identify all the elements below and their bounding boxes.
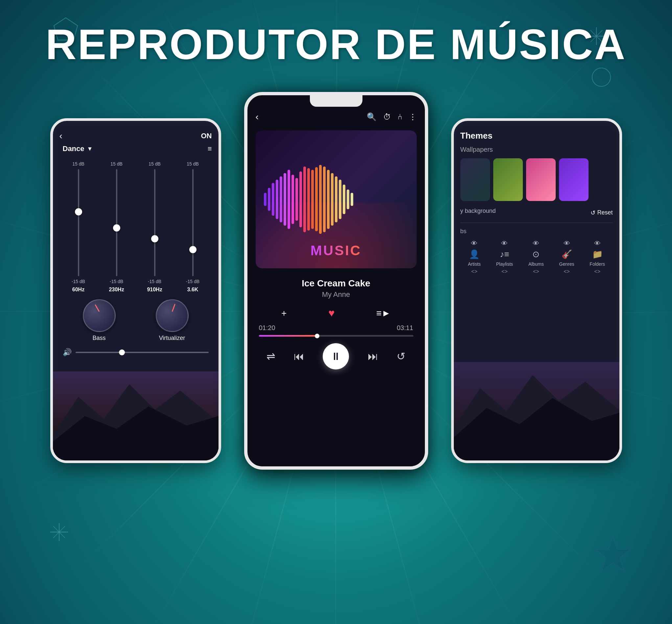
tab-artists[interactable]: 👁 👤 Artists <> (468, 240, 481, 275)
eq-slider-230hz: 15 dB -15 dB 230Hz (107, 161, 126, 293)
player-back-button[interactable]: ‹ (256, 112, 258, 122)
reset-button[interactable]: ↺ Reset (591, 209, 613, 216)
svg-rect-17 (276, 180, 278, 219)
tab-toggle-artists: <> (471, 269, 477, 275)
eq-back-button[interactable]: ‹ (59, 131, 63, 141)
eq-slider-3k6: 15 dB -15 dB 3.6K (183, 161, 203, 293)
svg-rect-27 (315, 167, 318, 231)
wallpapers-label: Wallpapers (461, 146, 613, 153)
next-button[interactable]: ⏭ (368, 350, 378, 363)
search-icon[interactable]: 🔍 (367, 112, 377, 122)
repeat-button[interactable]: ↺ (397, 350, 405, 363)
tab-label-genres: Genres (559, 261, 574, 267)
eq-track-2[interactable] (116, 169, 117, 276)
right-phone-landscape (454, 362, 619, 461)
eq-db-top-3: 15 dB (149, 161, 161, 166)
progress-area: 01:20 03:11 (247, 324, 425, 337)
tabs-grid: 👁 👤 Artists <> 👁 ♪≡ Playlists <> 👁 (461, 240, 613, 275)
more-options-icon[interactable]: ⋮ (409, 112, 417, 122)
tab-icon-playlists: ♪≡ (500, 249, 509, 259)
svg-rect-28 (319, 165, 322, 234)
history-icon[interactable]: ⏱ (383, 112, 391, 122)
album-art: MUSIC (256, 130, 417, 268)
tab-albums[interactable]: 👁 ⊙ Albums <> (528, 240, 544, 275)
tab-icon-genres: 🎸 (562, 249, 572, 259)
tab-eye-genres: 👁 (564, 240, 570, 247)
previous-button[interactable]: ⏮ (294, 350, 304, 363)
svg-point-1 (592, 68, 611, 86)
wallpaper-dark[interactable] (461, 158, 490, 201)
song-artist: My Anne (247, 290, 425, 299)
eq-track-4[interactable] (192, 169, 194, 276)
phones-area: ‹ ON Dance ▼ ≡ 15 dB -15 dB 60Hz (41, 92, 632, 584)
tab-toggle-playlists: <> (501, 269, 508, 275)
play-pause-icon: ⏸ (330, 350, 341, 363)
background-reset-row: y background ↺ Reset (461, 208, 613, 218)
tabs-label: bs (461, 228, 613, 235)
phone-right: Themes Wallpapers y background ↺ Reset b… (451, 118, 622, 463)
eq-preset-name[interactable]: Dance (63, 145, 84, 153)
phone-center: ‹ 🔍 ⏱ ⑃ ⋮ (244, 92, 428, 470)
wallpapers-grid (461, 158, 613, 201)
play-pause-button[interactable]: ⏸ (323, 343, 349, 369)
time-row: 01:20 03:11 (259, 324, 414, 332)
svg-rect-21 (292, 175, 294, 224)
add-to-playlist-button[interactable]: + (281, 308, 287, 318)
tab-label-playlists: Playlists (496, 261, 513, 267)
svg-rect-16 (272, 183, 274, 216)
svg-rect-31 (331, 173, 333, 226)
bg-label: y background (461, 208, 496, 214)
eq-slider-60hz: 15 dB -15 dB 60Hz (69, 161, 89, 293)
volume-thumb[interactable] (119, 349, 125, 355)
queue-button[interactable]: ≡► (376, 308, 391, 318)
tabs-section: bs 👁 👤 Artists <> 👁 ♪≡ Playlists <> (461, 228, 613, 275)
equalizer-icon[interactable]: ⑃ (398, 112, 402, 122)
wallpaper-pink[interactable] (526, 158, 556, 201)
eq-thumb-2[interactable] (113, 224, 120, 232)
eq-track-1[interactable] (78, 169, 79, 276)
eq-freq-3: 910Hz (147, 287, 162, 293)
tab-playlists[interactable]: 👁 ♪≡ Playlists <> (496, 240, 513, 275)
eq-thumb-1[interactable] (75, 208, 82, 215)
mountain-svg-left (53, 371, 219, 461)
player-header-icons: 🔍 ⏱ ⑃ ⋮ (367, 112, 417, 122)
wallpaper-purple[interactable] (559, 158, 589, 201)
deco-circle (590, 66, 613, 89)
bass-label: Bass (92, 335, 105, 342)
mountain-svg-right (454, 362, 622, 461)
tab-folders[interactable]: 👁 📁 Folders <> (590, 240, 605, 275)
eq-db-bottom-4: -15 dB (186, 279, 199, 284)
svg-rect-23 (299, 172, 302, 227)
progress-bar[interactable] (259, 335, 414, 337)
eq-on-label: ON (201, 132, 212, 140)
tab-label-artists: Artists (468, 261, 481, 267)
player-actions: + ♥ ≡► (247, 302, 425, 324)
svg-rect-25 (307, 168, 310, 231)
eq-thumb-3[interactable] (151, 235, 158, 242)
virtualizer-knob[interactable] (156, 299, 189, 332)
svg-rect-35 (347, 189, 349, 209)
virtualizer-knob-container: Virtualizer (156, 299, 189, 342)
shuffle-button[interactable]: ⇌ (267, 350, 275, 363)
volume-slider[interactable] (76, 352, 209, 353)
virtualizer-label: Virtualizer (159, 335, 185, 342)
svg-rect-20 (288, 170, 290, 229)
bass-knob[interactable] (83, 299, 116, 332)
volume-icon: 🔊 (63, 348, 72, 357)
eq-db-top-2: 15 dB (110, 161, 123, 166)
tab-toggle-genres: <> (564, 269, 570, 275)
favorite-button[interactable]: ♥ (328, 307, 334, 319)
tab-genres[interactable]: 👁 🎸 Genres <> (559, 240, 574, 275)
phone-left: ‹ ON Dance ▼ ≡ 15 dB -15 dB 60Hz (50, 118, 221, 463)
eq-freq-2: 230Hz (109, 287, 124, 293)
eq-sliders: 15 dB -15 dB 60Hz 15 dB -15 dB 230Hz (59, 161, 212, 293)
eq-db-top-1: 15 dB (72, 161, 84, 166)
waveform-svg (260, 163, 412, 235)
eq-track-3[interactable] (154, 169, 155, 276)
svg-rect-15 (268, 188, 270, 211)
left-phone-landscape (53, 368, 219, 461)
eq-save-icon[interactable]: ≡ (208, 145, 212, 153)
wallpaper-green[interactable] (493, 158, 523, 201)
eq-thumb-4[interactable] (189, 246, 197, 253)
eq-preset-arrow[interactable]: ▼ (87, 146, 93, 152)
